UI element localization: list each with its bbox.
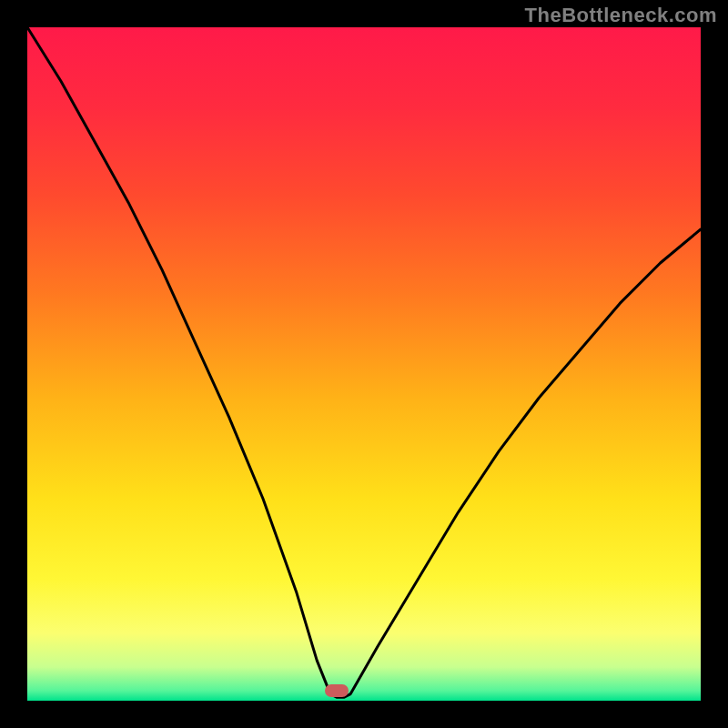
optimum-marker	[325, 684, 349, 697]
plot-area	[27, 27, 701, 701]
bottleneck-curves	[27, 27, 701, 701]
chart-container: TheBottleneck.com	[0, 0, 728, 728]
watermark-text: TheBottleneck.com	[525, 4, 717, 27]
